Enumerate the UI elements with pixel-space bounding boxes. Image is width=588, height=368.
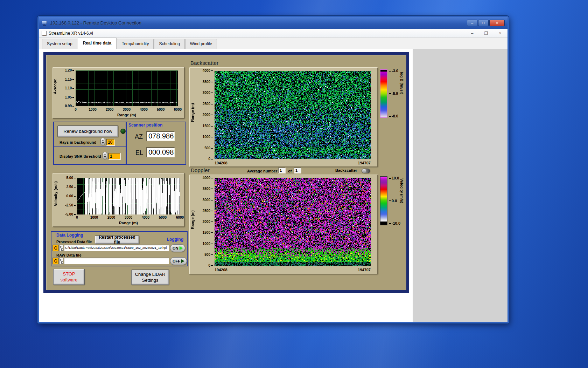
tab-temp-humidity[interactable]: Temp/humidity [117,39,154,49]
az-value-field[interactable]: 078.986 [146,131,175,141]
app-close-button[interactable]: × [498,31,503,36]
raw-path-field[interactable] [64,258,169,264]
scanner-position-box: Scanner position AZ 078.986 EL 000.098 [126,122,186,165]
tab-scheduling[interactable]: Scheduling [154,39,184,49]
labview-app-icon [42,31,47,36]
doppler-time-start: 194208 [215,268,227,272]
backscatter-colorbar-tick: -3.0 [389,69,398,73]
doppler-colorbar-tick: 10.0 [389,176,400,180]
velocity-y-tick: 5.00 [66,176,76,180]
velocity-y-tick: 2.50 [66,185,76,189]
backscatter-colorbar-tick: -8.0 [389,114,398,118]
change-button-line1: Change LiDAR [135,272,166,277]
doppler-plot-frame: 40003500300025002000150010005000 Range (… [189,175,378,274]
velocity-y-tick: 0.00 [66,195,76,198]
backscatter-y-tick: 3500 [203,80,213,84]
tab-system-setup[interactable]: System setup [42,39,77,49]
ascope-y-axis-label: A-scope [53,79,57,94]
doppler-colorbar-tick: 0.0 [389,199,400,203]
backscatter-colorbar-label: log B (/m/sr) [400,72,404,94]
ascope-y-tick: 1.15 [65,78,74,81]
ascope-y-tick: 1.20 [65,69,74,72]
velocity-x-axis-label: Range (m) [77,221,180,225]
doppler-y-axis: 40003500300025002000150010005000 [196,176,213,267]
desktop: { "rdp_window": { "title": "192.168.0.12… [0,0,588,368]
app-titlebar[interactable]: StreamLine XR v14-6.vi – ❐ × [39,29,507,38]
rdp-titlebar[interactable]: 192.168.0.122 - Remote Desktop Connectio… [39,17,507,29]
ascope-y-tick: 1.10 [65,87,74,90]
velocity-y-tick: -5.00 [65,213,76,216]
raw-data-file-label: RAW Data file [56,253,82,257]
doppler-y-tick: 3000 [203,198,213,202]
ascope-x-axis: 0100020003000400050006000 [76,108,178,111]
rdp-close-button[interactable]: × [489,20,505,26]
tab-strip: System setup Real time data Temp/humidit… [39,38,507,49]
tab-wind-profile[interactable]: Wind profile [185,39,217,49]
raw-logging-toggle[interactable]: OFF [170,257,187,265]
el-value-field[interactable]: 000.098 [146,147,175,157]
rdp-maximize-button[interactable]: □ [478,20,489,26]
backscatter-time-axis: 194208 194707 [215,161,371,165]
ascope-y-tick: 1.05 [65,96,74,99]
doppler-colorbar-tick: -10.0 [389,222,400,225]
remote-desktop-area: StreamLine XR v14-6.vi – ❐ × System setu… [39,29,507,322]
processed-logging-toggle[interactable]: ON [170,244,185,252]
backscatter-toggle-label: Backscatter [335,168,357,172]
doppler-y-tick: 0 [208,264,213,267]
restart-processed-file-button[interactable]: Restart processed file [95,236,139,244]
backscatter-colorbar [380,69,387,118]
backscatter-y-axis-label: Range (m) [190,103,195,122]
el-label: EL [135,149,143,157]
processed-path-field[interactable]: C:\Lidar\Data\Proc\2023\202308\20230821\… [64,245,169,251]
doppler-y-tick: 1500 [203,231,213,234]
stop-button-line2: software [60,277,77,282]
raw-toggle-lamp-icon [181,259,184,263]
backscatter-display-switch[interactable] [362,169,370,173]
doppler-time-axis: 194208 194707 [215,268,371,272]
snr-value-field[interactable]: 1 [108,153,121,160]
backscatter-colorbar-ticks: -3.0-5.5-8.0 [389,69,398,118]
snr-threshold-box: Display SNR threshold 1 [53,146,126,165]
renew-background-button[interactable]: Renew background now [57,125,118,137]
average-of-label: of [288,169,292,173]
data-logging-box: Data Logging Processed Data file Restart… [51,231,188,266]
processed-browse-icon[interactable] [59,245,63,251]
average-total-field[interactable]: 1 [294,168,301,173]
processed-toggle-lamp-icon [180,246,183,250]
ascope-y-tick: 0.99 [65,104,74,108]
app-minimize-button[interactable]: – [470,31,475,36]
snr-threshold-label: Display SNR threshold [59,154,101,158]
ascope-y-axis: 1.201.151.101.050.99 [57,69,74,108]
velocity-y-axis-label: Velocity (m/s) [54,181,58,206]
data-logging-title: Data Logging [56,233,83,238]
raw-drive-selector[interactable]: C [52,258,59,264]
tab-real-time-data[interactable]: Real time data [78,38,117,49]
velocity-plot-frame: 5.002.500.00-2.50-5.00 Velocity (m/s) 01… [52,173,185,227]
rays-spinner[interactable] [100,138,105,145]
backscatter-plot-frame: 40003500300025002000150010005000 Range (… [189,67,378,167]
doppler-y-axis-label: Range (m) [190,210,195,229]
scanner-position-title: Scanner position [128,123,162,128]
backscatter-time-end: 194707 [358,161,371,165]
stop-software-button[interactable]: STOP software [53,269,85,285]
backscatter-y-tick: 1500 [203,124,213,128]
raw-browse-icon[interactable] [59,258,63,264]
doppler-y-tick: 500 [204,253,213,257]
doppler-colorbar [380,176,387,225]
rdp-icon [42,21,48,26]
logging-label: Logging [167,237,183,242]
backscatter-y-tick: 0 [208,157,213,161]
doppler-y-tick: 4000 [203,176,213,180]
snr-spinner[interactable] [103,152,107,159]
rdp-minimize-button[interactable]: – [467,20,477,26]
app-restore-button[interactable]: ❐ [484,31,489,36]
rdp-window-title: 192.168.0.122 - Remote Desktop Connectio… [50,20,141,26]
average-number-field[interactable]: 1 [278,168,286,173]
rays-value-field[interactable]: 10 [106,139,115,146]
change-lidar-settings-button[interactable]: Change LiDAR Settings [131,270,169,285]
average-number-label: Average number [247,169,277,173]
doppler-y-tick: 2500 [203,209,213,213]
processed-drive-selector[interactable]: C [52,245,59,251]
rays-in-background-label: Rays in background [59,140,96,144]
app-window-title: StreamLine XR v14-6.vi [49,31,93,36]
